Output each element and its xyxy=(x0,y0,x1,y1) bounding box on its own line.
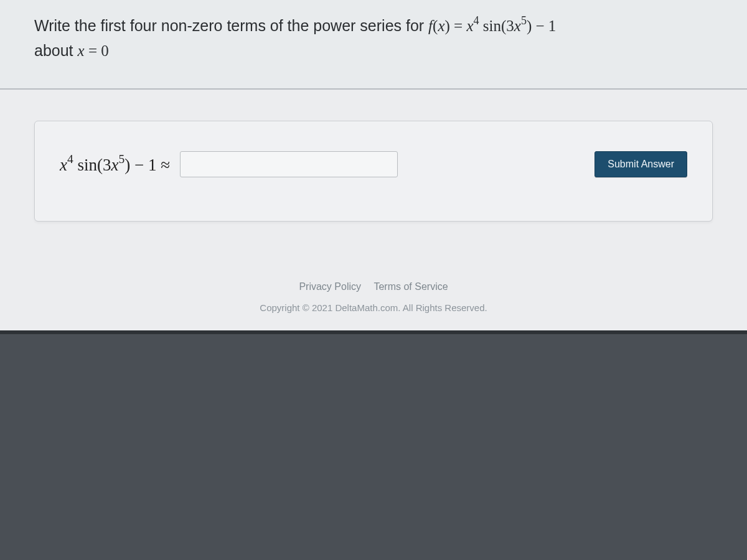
question-about: x = 0 xyxy=(78,42,109,59)
answer-input[interactable] xyxy=(180,151,398,177)
copyright-text: Copyright © 2021 DeltaMath.com. All Righ… xyxy=(0,299,747,330)
question-text: Write the first four non-zero terms of t… xyxy=(34,14,713,88)
answer-row: x4 sin(3x5) − 1 ≈ Submit Answer xyxy=(60,151,687,177)
question-suffix: about xyxy=(34,42,78,59)
below-fold-dark xyxy=(0,330,747,560)
submit-button[interactable]: Submit Answer xyxy=(594,151,687,177)
question-prefix: Write the first four non-zero terms of t… xyxy=(34,17,428,34)
question-area: Write the first four non-zero terms of t… xyxy=(0,0,747,90)
answer-card: x4 sin(3x5) − 1 ≈ Submit Answer xyxy=(34,121,713,222)
footer-links: Privacy Policy Terms of Service xyxy=(0,265,747,299)
privacy-link[interactable]: Privacy Policy xyxy=(299,281,361,292)
answer-zone: x4 sin(3x5) − 1 ≈ Submit Answer xyxy=(0,90,747,265)
terms-link[interactable]: Terms of Service xyxy=(374,281,448,292)
question-function: f(x) = x4 sin(3x5) − 1 xyxy=(428,17,556,34)
answer-lhs: x4 sin(3x5) − 1 ≈ xyxy=(60,154,170,175)
